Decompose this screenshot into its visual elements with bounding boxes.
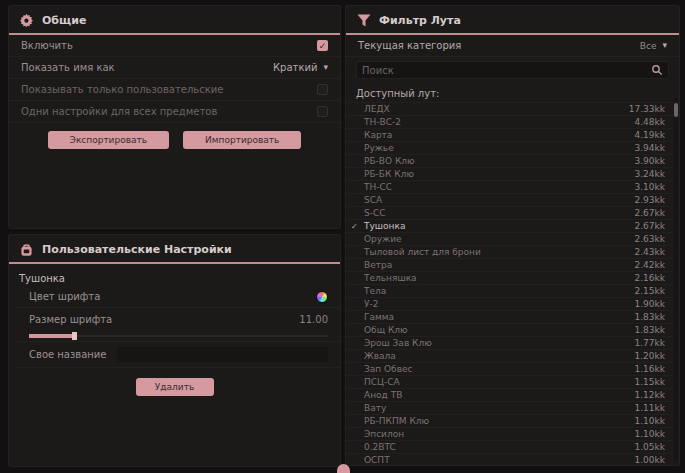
panel-general-title: Общие: [42, 14, 86, 27]
one-for-all-label: Одни настройки для всех предметов: [21, 106, 217, 117]
only-custom-label: Показывать только пользовательские: [21, 84, 223, 95]
loot-list-item[interactable]: ✓ SCA 2.93kk: [346, 193, 679, 206]
loot-list-item[interactable]: ✓ Ружье 3.94kk: [346, 141, 679, 154]
loot-list-item[interactable]: ✓ Тыловой лист для брони 2.43kk: [346, 245, 679, 258]
loot-list-item[interactable]: ✓ Тушонка 2.67kk: [346, 219, 679, 232]
search-box: [356, 61, 669, 79]
loot-list-item[interactable]: ✓ Эрош Зав Клю 1.77kk: [346, 336, 679, 349]
loot-item-name: Вату: [364, 403, 386, 413]
search-icon[interactable]: [651, 64, 663, 76]
chevron-down-icon: ▾: [662, 41, 667, 50]
funnel-icon: [356, 13, 371, 28]
loot-list-item[interactable]: ✓ ЛЕДХ 17.33kk: [346, 102, 679, 115]
delete-button[interactable]: Удалить: [136, 378, 214, 396]
panel-custom-settings: Пользовательские Настройки Тушонка Цвет …: [8, 234, 341, 467]
check-icon: ✓: [351, 222, 358, 231]
font-size-row: Размер шрифта 11.00: [17, 308, 340, 330]
export-button[interactable]: Экспортировать: [48, 131, 169, 149]
loot-list-item[interactable]: ✓ ТН-ВС-2 4.48kk: [346, 115, 679, 128]
loot-list-item[interactable]: ✓ Гамма 1.83kk: [346, 310, 679, 323]
loot-item-value: 1.90kk: [635, 299, 665, 309]
loot-list-item[interactable]: ✓ У-2 1.90kk: [346, 297, 679, 310]
name-mode-select[interactable]: Краткий ▾: [273, 62, 328, 73]
loot-item-value: 2.67kk: [635, 221, 665, 231]
loot-list-item[interactable]: ✓ РБ-БК Клю 3.24kk: [346, 167, 679, 180]
loot-list-item[interactable]: ✓ РБ-ПКПМ Клю 1.10kk: [346, 414, 679, 427]
loot-list: ✓ ЛЕДХ 17.33kk ✓ ТН-ВС-2 4.48kk ✓ Карта …: [346, 102, 679, 466]
setting-row-one-for-all: Одни настройки для всех предметов: [9, 101, 340, 123]
loot-list-item[interactable]: ✓ S-CC 2.67kk: [346, 206, 679, 219]
font-size-slider[interactable]: [17, 330, 340, 342]
loot-list-item[interactable]: ✓ Вату 1.11kk: [346, 401, 679, 414]
loot-item-value: 1.16kk: [635, 364, 665, 374]
one-for-all-checkbox[interactable]: [317, 106, 328, 117]
loot-list-item[interactable]: ✓ Жвала 1.20kk: [346, 349, 679, 362]
loot-item-name: Оружие: [364, 234, 402, 244]
loot-item-value: 2.42kk: [635, 260, 665, 270]
backpack-icon: [19, 242, 34, 257]
name-mode-value: Краткий: [273, 62, 317, 73]
loot-item-name: Общ Клю: [364, 325, 408, 335]
search-row: [346, 57, 679, 83]
category-select[interactable]: Все ▾: [640, 41, 667, 51]
search-input[interactable]: [362, 65, 651, 76]
loot-item-name: Ветра: [364, 260, 392, 270]
category-value: Все: [640, 41, 657, 51]
loot-list-item[interactable]: ✓ Тельняшка 2.16kk: [346, 271, 679, 284]
loot-list-item[interactable]: ✓ ПСЦ-СА 1.15kk: [346, 375, 679, 388]
loot-item-value: 2.43kk: [635, 247, 665, 257]
panel-custom-header: Пользовательские Настройки: [9, 235, 340, 262]
panel-filter-title: Фильтр Лута: [379, 14, 461, 27]
custom-name-input[interactable]: [117, 347, 328, 362]
category-row: Текущая категория Все ▾: [346, 35, 679, 57]
only-custom-checkbox[interactable]: [317, 84, 328, 95]
loot-list-item[interactable]: ✓ Анод ТВ 1.12kk: [346, 388, 679, 401]
enable-checkbox[interactable]: ✓: [317, 40, 328, 51]
loot-list-item[interactable]: ✓ ТН-СС 3.10kk: [346, 180, 679, 193]
loot-list-item[interactable]: ✓ Карта 4.19kk: [346, 128, 679, 141]
loot-item-value: 2.15kk: [635, 286, 665, 296]
loot-list-item[interactable]: ✓ Зап Обвес 1.16kk: [346, 362, 679, 375]
import-button[interactable]: Импортировать: [183, 131, 301, 149]
loot-item-name: Жвала: [364, 351, 396, 361]
loot-list-item[interactable]: ✓ ОСПТ 1.00kk: [346, 453, 679, 466]
loot-item-name: Тыловой лист для брони: [364, 247, 481, 257]
loot-item-name: Эрош Зав Клю: [364, 338, 432, 348]
custom-name-row: Свое название: [17, 342, 340, 368]
loot-item-name: 0.2BTC: [364, 442, 396, 452]
font-color-row: Цвет шрифта: [17, 286, 340, 308]
bottom-logo-icon: [337, 464, 350, 473]
loot-item-value: 2.63kk: [635, 234, 665, 244]
setting-row-only-custom: Показывать только пользовательские: [9, 79, 340, 101]
loot-item-name: Тела: [364, 286, 386, 296]
loot-list-item[interactable]: ✓ Эпсилон 1.10kk: [346, 427, 679, 440]
font-size-label: Размер шрифта: [29, 314, 112, 325]
gear-icon: [19, 13, 34, 28]
loot-list-item[interactable]: ✓ Общ Клю 1.83kk: [346, 323, 679, 336]
loot-item-value: 1.05kk: [635, 442, 665, 452]
loot-list-item[interactable]: ✓ Тела 2.15kk: [346, 284, 679, 297]
loot-list-item[interactable]: ✓ 0.2BTC 1.05kk: [346, 440, 679, 453]
loot-item-value: 2.67kk: [635, 208, 665, 218]
loot-item-name: Зап Обвес: [364, 364, 412, 374]
loot-item-name: ПСЦ-СА: [364, 377, 400, 387]
loot-list-item[interactable]: ✓ Ветра 2.42kk: [346, 258, 679, 271]
loot-item-value: 1.10kk: [635, 429, 665, 439]
panel-loot-filter: Фильтр Лута Текущая категория Все ▾ Дост…: [345, 5, 680, 466]
setting-row-name-mode: Показать имя как Краткий ▾: [9, 57, 340, 79]
scrollbar-thumb[interactable]: [674, 103, 678, 117]
loot-item-name: Анод ТВ: [364, 390, 402, 400]
loot-item-name: РБ-ПКПМ Клю: [364, 416, 429, 426]
loot-item-name: Ружье: [364, 143, 394, 153]
loot-list-item[interactable]: ✓ РБ-ВО Клю 3.90kk: [346, 154, 679, 167]
loot-item-value: 2.93kk: [635, 195, 665, 205]
custom-name-label: Свое название: [29, 349, 107, 360]
loot-item-value: 1.77kk: [635, 338, 665, 348]
loot-item-name: S-CC: [364, 208, 386, 218]
loot-item-value: 1.12kk: [635, 390, 665, 400]
chevron-down-icon: ▾: [323, 63, 328, 72]
color-picker-icon[interactable]: [316, 291, 328, 303]
loot-list-item[interactable]: ✓ Оружие 2.63kk: [346, 232, 679, 245]
slider-thumb[interactable]: [72, 332, 77, 340]
loot-item-value: 1.15kk: [635, 377, 665, 387]
